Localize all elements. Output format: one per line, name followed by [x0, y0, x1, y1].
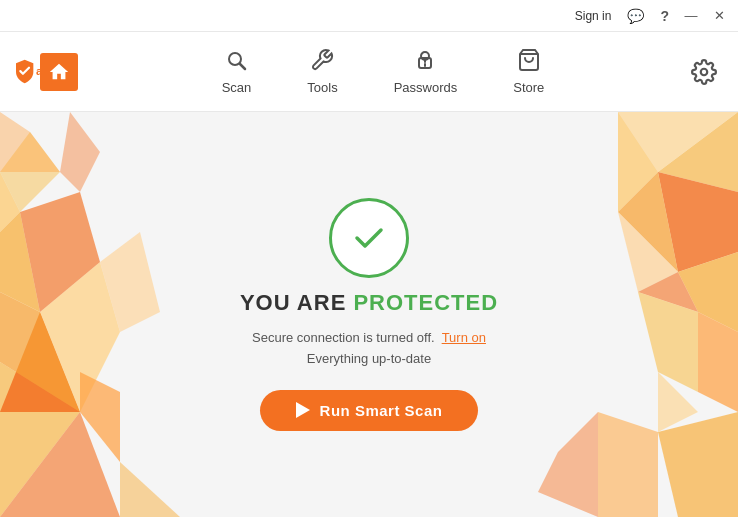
svg-marker-10 [40, 262, 120, 412]
passwords-label: Passwords [394, 80, 458, 95]
svg-marker-15 [80, 372, 120, 462]
svg-marker-30 [698, 312, 738, 412]
nav-passwords[interactable]: Passwords [386, 44, 466, 99]
svg-marker-8 [0, 312, 80, 412]
svg-marker-18 [100, 232, 160, 332]
settings-area [658, 54, 738, 90]
sub-text: Secure connection is turned off. Turn on… [252, 328, 486, 370]
center-content: YOU ARE PROTECTED Secure connection is t… [240, 198, 498, 431]
title-bar-actions: Sign in 💬 ? — ✕ [570, 5, 730, 27]
status-check-circle [329, 198, 409, 278]
scan-icon [224, 48, 248, 76]
nav-area: Scan Tools Passwords [108, 44, 658, 99]
svg-marker-29 [638, 272, 698, 312]
passwords-icon [413, 48, 437, 76]
svg-marker-31 [638, 292, 698, 392]
svg-marker-36 [538, 412, 598, 517]
svg-marker-34 [658, 372, 698, 432]
scan-label: Scan [222, 80, 252, 95]
svg-marker-26 [618, 112, 658, 212]
close-button[interactable]: ✕ [708, 5, 730, 27]
svg-marker-28 [618, 212, 678, 292]
status-protected: PROTECTED [353, 290, 498, 315]
nav-tools[interactable]: Tools [299, 44, 345, 99]
status-text: YOU ARE PROTECTED [240, 290, 498, 316]
svg-marker-24 [658, 172, 738, 272]
settings-button[interactable] [686, 54, 722, 90]
bg-right-art [538, 112, 738, 517]
help-icon[interactable]: ? [655, 6, 674, 26]
scan-button-label: Run Smart Scan [320, 402, 443, 419]
svg-marker-22 [658, 112, 738, 192]
svg-marker-11 [0, 212, 40, 312]
turn-on-link[interactable]: Turn on [442, 330, 486, 345]
svg-marker-9 [0, 292, 80, 412]
svg-marker-33 [658, 412, 738, 517]
store-icon [517, 48, 541, 76]
svg-marker-27 [678, 252, 738, 332]
svg-marker-17 [120, 462, 180, 517]
nav-store[interactable]: Store [505, 44, 552, 99]
store-label: Store [513, 80, 544, 95]
header: avast! Scan Tools [0, 32, 738, 112]
run-smart-scan-button[interactable]: Run Smart Scan [260, 390, 479, 431]
svg-line-2 [240, 64, 245, 69]
svg-marker-23 [618, 112, 738, 172]
main-content: YOU ARE PROTECTED Secure connection is t… [0, 112, 738, 517]
chat-icon[interactable]: 💬 [622, 6, 649, 26]
svg-marker-19 [0, 132, 60, 212]
tools-label: Tools [307, 80, 337, 95]
svg-marker-16 [0, 412, 120, 517]
svg-marker-7 [0, 362, 80, 517]
nav-scan[interactable]: Scan [214, 44, 260, 99]
tools-icon [310, 48, 334, 76]
sign-in-link[interactable]: Sign in [570, 7, 617, 25]
up-to-date-text: Everything up-to-date [307, 351, 431, 366]
home-button[interactable] [40, 53, 78, 91]
svg-marker-35 [598, 412, 658, 517]
svg-marker-32 [658, 372, 738, 412]
bg-left-art [0, 112, 200, 517]
minimize-button[interactable]: — [680, 5, 702, 27]
svg-marker-20 [60, 112, 100, 192]
secure-conn-text: Secure connection is turned off. [252, 330, 435, 345]
play-icon [296, 402, 310, 418]
svg-point-6 [701, 68, 708, 75]
title-bar: Sign in 💬 ? — ✕ [0, 0, 738, 32]
svg-marker-13 [0, 172, 20, 232]
svg-marker-21 [0, 112, 60, 172]
svg-marker-12 [20, 192, 100, 312]
status-prefix: YOU ARE [240, 290, 354, 315]
svg-marker-25 [618, 172, 678, 272]
